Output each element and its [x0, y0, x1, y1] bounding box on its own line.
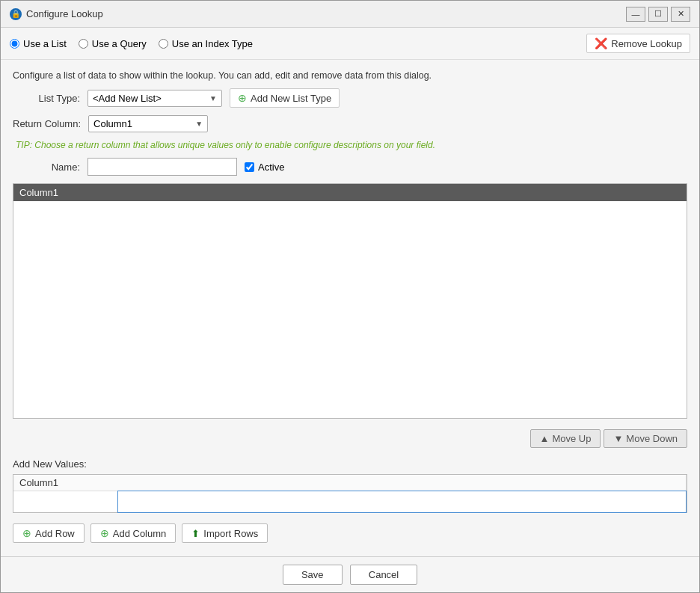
- use-list-radio[interactable]: [10, 39, 19, 49]
- move-up-label: Move Up: [552, 433, 591, 444]
- move-down-icon: ▼: [613, 433, 623, 444]
- return-column-dropdown[interactable]: Column1 ▼: [88, 115, 208, 132]
- minimize-button[interactable]: —: [626, 7, 645, 22]
- use-list-option[interactable]: Use a List: [10, 38, 67, 49]
- maximize-button[interactable]: ☐: [648, 7, 668, 22]
- return-column-label: Return Column:: [13, 118, 81, 129]
- values-column1-input[interactable]: [13, 491, 117, 512]
- grid-column-header: Column1: [19, 187, 58, 198]
- lock-icon: [10, 8, 22, 20]
- add-new-icon: ⊕: [238, 92, 247, 104]
- import-rows-button[interactable]: ⬆ Import Rows: [182, 523, 268, 543]
- window-controls: — ☐ ✕: [626, 7, 690, 22]
- name-row: Name: Active: [13, 158, 687, 176]
- add-new-list-label: Add New List Type: [251, 93, 331, 104]
- remove-lookup-button[interactable]: ❌ Remove Lookup: [586, 34, 690, 53]
- import-rows-icon: ⬆: [191, 528, 200, 539]
- list-type-row: List Type: <Add New List> ▼ ⊕ Add New Li…: [13, 88, 687, 108]
- remove-lookup-label: Remove Lookup: [611, 38, 682, 49]
- use-query-option[interactable]: Use a Query: [79, 38, 147, 49]
- remove-icon: ❌: [595, 37, 607, 49]
- window-title: Configure Lookup: [26, 8, 103, 19]
- description-text: Configure a list of data to show within …: [13, 70, 687, 81]
- name-label: Name:: [13, 162, 80, 173]
- return-column-value: Column1: [93, 118, 132, 129]
- move-up-icon: ▲: [540, 433, 550, 444]
- main-content: Configure a list of data to show within …: [1, 60, 699, 556]
- values-text-cell[interactable]: [118, 491, 687, 512]
- add-values-section: Add New Values: Column1: [13, 458, 687, 513]
- list-type-arrow: ▼: [209, 94, 217, 102]
- cancel-button[interactable]: Cancel: [350, 565, 417, 585]
- use-index-radio[interactable]: [159, 39, 168, 49]
- use-index-option[interactable]: Use an Index Type: [159, 38, 253, 49]
- values-col-header: Column1: [13, 475, 687, 491]
- active-checkbox-row: Active: [245, 162, 284, 173]
- configure-lookup-window: Configure Lookup — ☐ ✕ Use a List Use a …: [0, 0, 700, 593]
- move-down-label: Move Down: [626, 433, 678, 444]
- values-input-row: [13, 491, 687, 512]
- active-label: Active: [258, 162, 284, 173]
- add-row-icon: ⊕: [22, 527, 31, 539]
- add-row-button[interactable]: ⊕ Add Row: [13, 523, 85, 543]
- title-bar: Configure Lookup — ☐ ✕: [1, 1, 699, 28]
- return-column-arrow: ▼: [195, 120, 203, 128]
- add-column-label: Add Column: [113, 528, 167, 539]
- radio-bar: Use a List Use a Query Use an Index Type…: [1, 28, 699, 60]
- active-checkbox[interactable]: [245, 162, 254, 172]
- return-column-row: Return Column: Column1 ▼: [13, 115, 687, 132]
- name-input[interactable]: [88, 158, 237, 176]
- list-type-label: List Type:: [13, 93, 80, 104]
- move-up-button[interactable]: ▲ Move Up: [530, 429, 601, 448]
- use-index-label: Use an Index Type: [172, 38, 253, 49]
- footer: Save Cancel: [1, 556, 699, 592]
- add-row-label: Add Row: [35, 528, 75, 539]
- move-buttons-row: ▲ Move Up ▼ Move Down: [13, 426, 687, 451]
- lookup-type-group: Use a List Use a Query Use an Index Type: [10, 38, 253, 49]
- title-bar-left: Configure Lookup: [10, 8, 103, 20]
- values-column1-cell[interactable]: [13, 491, 118, 512]
- use-list-label: Use a List: [23, 38, 67, 49]
- add-new-list-type-button[interactable]: ⊕ Add New List Type: [230, 88, 340, 108]
- grid-header: Column1: [13, 184, 687, 201]
- tip-text: TIP: Choose a return column that allows …: [13, 140, 687, 150]
- action-buttons-row: ⊕ Add Row ⊕ Add Column ⬆ Import Rows: [13, 520, 687, 546]
- use-query-radio[interactable]: [79, 39, 88, 49]
- values-grid: Column1: [13, 474, 687, 513]
- use-query-label: Use a Query: [92, 38, 147, 49]
- close-button[interactable]: ✕: [671, 7, 690, 22]
- values-col-header-row: Column1: [13, 475, 687, 491]
- add-values-label: Add New Values:: [13, 458, 687, 470]
- list-type-value: <Add New List>: [93, 93, 162, 104]
- values-text-input[interactable]: [118, 491, 686, 512]
- move-down-button[interactable]: ▼ Move Down: [604, 429, 687, 448]
- add-column-icon: ⊕: [100, 527, 109, 539]
- data-grid: Column1: [13, 183, 687, 419]
- grid-body[interactable]: [13, 201, 687, 418]
- save-button[interactable]: Save: [283, 565, 343, 585]
- import-rows-label: Import Rows: [203, 528, 258, 539]
- add-column-button[interactable]: ⊕ Add Column: [90, 523, 176, 543]
- list-type-dropdown[interactable]: <Add New List> ▼: [88, 90, 222, 107]
